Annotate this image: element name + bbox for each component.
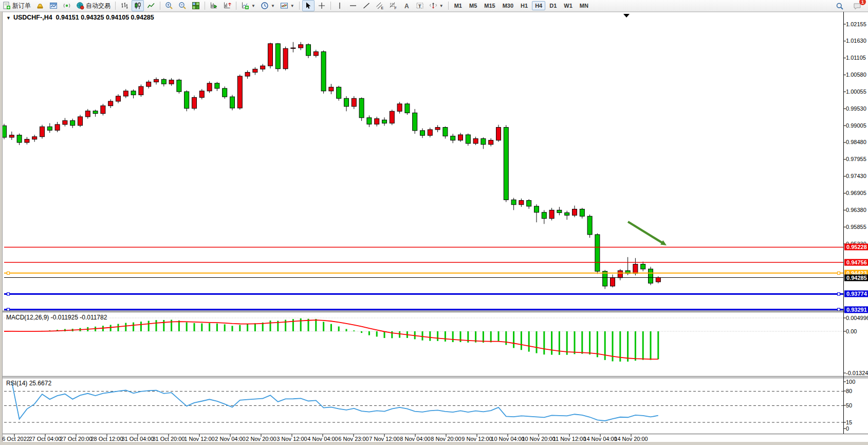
gold-button[interactable]: [34, 0, 46, 11]
indicators-button[interactable]: ▼: [239, 0, 257, 11]
zoom-out-button[interactable]: [176, 0, 189, 11]
chart-shift-icon: [223, 2, 231, 10]
candle-body: [420, 131, 425, 135]
chevron-down-icon: ▼: [290, 4, 294, 8]
timeframe-M30[interactable]: M30: [500, 1, 516, 10]
candle-body: [496, 128, 501, 140]
candle-body: [184, 92, 189, 109]
hline-handle[interactable]: [838, 272, 840, 274]
price-axis-label: 1.00580: [846, 72, 866, 78]
price-tag-0.93774: 0.93774: [844, 291, 868, 297]
chart-shift-button[interactable]: [221, 0, 233, 11]
signal-icon: [63, 2, 71, 10]
hline-handle[interactable]: [7, 308, 10, 311]
template-icon: [280, 2, 288, 10]
trend-arrow-line[interactable]: [628, 222, 664, 244]
hline-handle[interactable]: [7, 293, 10, 295]
periods-button[interactable]: ▼: [258, 0, 277, 11]
candle-body: [291, 48, 296, 48]
timeframe-M1[interactable]: M1: [451, 1, 465, 10]
candle-body: [413, 113, 417, 130]
zoom-in-button[interactable]: [163, 0, 175, 11]
fibonacci-tool-button[interactable]: F: [387, 0, 399, 11]
signal-button[interactable]: [61, 0, 73, 11]
timeframe-H4[interactable]: H4: [532, 1, 545, 10]
text-tool-button[interactable]: A: [400, 0, 413, 11]
rsi-line: [12, 382, 658, 421]
time-axis-label: 31 Oct 04:00: [122, 436, 154, 442]
candle-body: [557, 210, 562, 212]
tile-windows-button[interactable]: [190, 0, 202, 11]
chart-title: ▼USDCHF-,H4 0.94151 0.94325 0.94105 0.94…: [6, 14, 154, 21]
gold-icon: [36, 2, 44, 10]
crosshair-icon: [318, 2, 326, 10]
price-tag-0.95228: 0.95228: [844, 244, 868, 251]
clock-icon: [261, 2, 269, 10]
chart-canvas[interactable]: [0, 0, 868, 445]
cursor-icon: [304, 2, 312, 10]
timeframe-W1[interactable]: W1: [561, 1, 576, 10]
candle-body: [572, 209, 577, 216]
trendline-icon: [362, 2, 371, 10]
hline-handle[interactable]: [838, 293, 840, 295]
templates-button[interactable]: ▼: [278, 0, 297, 11]
vertical-line-tool-button[interactable]: [334, 0, 346, 11]
chart-window-button[interactable]: [47, 0, 60, 11]
candle-body: [146, 82, 151, 86]
time-axis-label: 14 Nov 20:00: [614, 436, 648, 442]
candle-body: [344, 98, 349, 106]
line-chart-type-button[interactable]: [145, 0, 157, 11]
new-order-button[interactable]: 新订单: [1, 0, 33, 11]
candle-body: [17, 135, 22, 143]
candle-body: [352, 98, 356, 106]
arrows-tool-button[interactable]: ▼: [427, 0, 446, 11]
cursor-tool-button[interactable]: [302, 0, 315, 11]
auto-scroll-button[interactable]: [208, 0, 220, 11]
candle-body: [481, 138, 486, 144]
auto-trading-button[interactable]: 自动交易: [74, 0, 113, 11]
notifications-button[interactable]: 1: [851, 1, 863, 12]
hline-handle[interactable]: [838, 308, 840, 311]
candle-body: [565, 212, 569, 215]
timeframe-group: M1M5M15M30H1H4D1W1MN: [451, 1, 592, 10]
time-axis-label: 6 Nov 23:00: [338, 436, 368, 442]
price-axis-label: 0.95855: [846, 224, 866, 230]
text-label-tool-button[interactable]: T: [414, 0, 426, 11]
chevron-down-icon: ▼: [271, 4, 275, 8]
candle-body: [527, 201, 531, 206]
candle-body: [618, 271, 622, 278]
candlestick-chart-icon: [134, 2, 142, 10]
fibonacci-icon: F: [389, 2, 397, 10]
candle-body: [199, 91, 204, 98]
equidistant-channel-icon: E: [376, 2, 384, 10]
timeframe-M15[interactable]: M15: [481, 1, 498, 10]
timeframe-MN[interactable]: MN: [577, 1, 592, 10]
candlestick-chart-type-button[interactable]: [132, 0, 144, 11]
timeframe-D1[interactable]: D1: [546, 1, 560, 10]
price-axis-label: 1.02155: [846, 21, 866, 27]
candle-body: [534, 206, 539, 212]
arrow-objects-icon: [429, 2, 437, 10]
search-button[interactable]: [834, 1, 846, 12]
hline-handle[interactable]: [7, 272, 10, 274]
search-icon: [836, 2, 844, 10]
candle-body: [237, 76, 242, 108]
candle-body: [367, 118, 372, 124]
candle-body: [32, 137, 37, 139]
time-axis-label: 31 Oct 20:00: [153, 436, 185, 442]
channel-tool-button[interactable]: E: [374, 0, 386, 11]
timeframe-M5[interactable]: M5: [466, 1, 480, 10]
trendline-tool-button[interactable]: [360, 0, 373, 11]
candle-body: [504, 128, 508, 200]
bar-chart-type-button[interactable]: [118, 0, 131, 11]
time-axis-label: 4 Nov 04:00: [307, 436, 338, 442]
one-click-trading-toggle[interactable]: ▼: [6, 15, 11, 21]
timeframe-H1[interactable]: H1: [518, 1, 531, 10]
horizontal-line-tool-button[interactable]: [347, 0, 359, 11]
candle-body: [275, 44, 280, 69]
horizontal-line-icon: [349, 2, 357, 10]
crosshair-tool-button[interactable]: [316, 0, 328, 11]
candle-body: [435, 128, 440, 130]
toolbar-right-group: 1: [833, 1, 864, 12]
candle-body: [85, 111, 90, 117]
